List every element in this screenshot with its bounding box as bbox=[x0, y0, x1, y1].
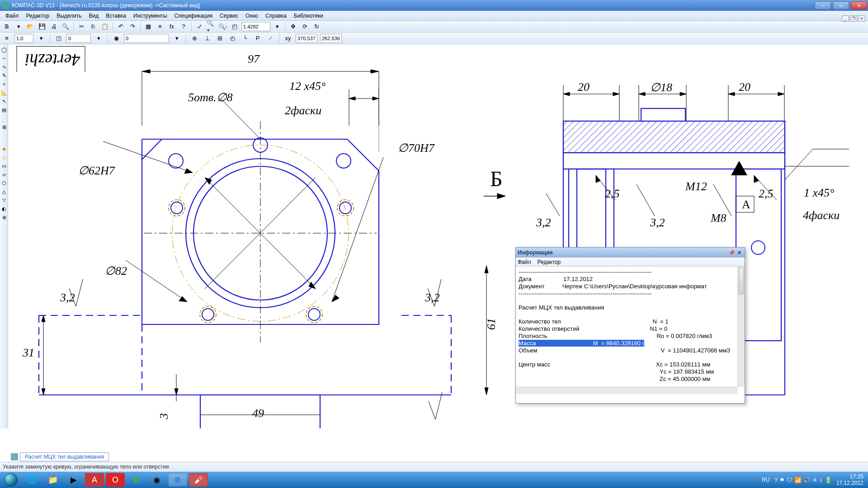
print-icon[interactable]: 🖨 bbox=[49, 22, 59, 32]
zoom-fit-icon[interactable]: ⤢ bbox=[194, 22, 204, 32]
layer-input[interactable] bbox=[66, 34, 91, 43]
refresh-icon[interactable]: ↻ bbox=[311, 22, 321, 32]
menu-window[interactable]: Окно bbox=[242, 13, 262, 19]
taskbar-paint-icon[interactable]: 🖌 bbox=[189, 473, 208, 487]
taskbar-opera-icon[interactable]: O bbox=[106, 473, 125, 487]
menu-help[interactable]: Справка bbox=[262, 13, 290, 19]
param-icon-2[interactable]: ≈ bbox=[0, 80, 8, 88]
info-scrollbar-h[interactable] bbox=[516, 387, 737, 394]
taskbar-pdf-icon[interactable]: A bbox=[85, 473, 104, 487]
spec-icon[interactable]: ▤ bbox=[0, 106, 8, 113]
info-scrollbar-v[interactable] bbox=[737, 267, 745, 387]
taskbar-media-icon[interactable]: ▶ bbox=[64, 473, 83, 487]
zoom-window-icon[interactable]: ◰ bbox=[230, 22, 240, 32]
rebuild-icon[interactable]: ⟳ bbox=[300, 22, 310, 32]
taskbar-ie-icon[interactable]: 🌐 bbox=[23, 473, 42, 487]
symbol-icon[interactable]: ∿ bbox=[0, 63, 8, 70]
start-button[interactable] bbox=[0, 472, 22, 488]
layer-icon[interactable]: ◫ bbox=[54, 33, 64, 43]
tool-i-icon[interactable]: ⊗ bbox=[0, 214, 8, 221]
tray-clock[interactable]: 17:25 17.12.2012 bbox=[836, 474, 863, 486]
state-icon[interactable]: ◉ bbox=[111, 33, 121, 43]
edit-icon[interactable]: ✎ bbox=[0, 72, 8, 79]
mdi-restore[interactable]: ❐ bbox=[850, 15, 857, 22]
process-tab[interactable]: Расчет МЦХ тел выдавливания bbox=[20, 452, 109, 461]
new-dropdown-icon[interactable]: ▾ bbox=[14, 22, 24, 32]
window-maximize[interactable]: ▭ bbox=[833, 1, 849, 9]
zoom-drop-icon[interactable]: ▾ bbox=[272, 22, 282, 32]
measure-icon[interactable]: 📐 bbox=[0, 89, 8, 96]
info-panel-body[interactable]: ----------------------------------------… bbox=[516, 267, 745, 394]
tray-lang[interactable]: RU bbox=[762, 477, 769, 483]
tool-b-icon[interactable]: ◇ bbox=[0, 154, 8, 161]
menu-insert[interactable]: Вставка bbox=[102, 13, 130, 19]
line-style-input[interactable] bbox=[14, 34, 33, 43]
menu-libs[interactable]: Библиотеки bbox=[290, 13, 327, 19]
menu-editor[interactable]: Редактор bbox=[23, 13, 53, 19]
dimension-icon[interactable]: ↔ bbox=[0, 55, 8, 62]
state-drop[interactable]: ▾ bbox=[172, 33, 182, 43]
taskbar-icq-icon[interactable]: ✿ bbox=[127, 473, 146, 487]
grid-icon[interactable]: ⊞ bbox=[215, 33, 225, 43]
undo-icon[interactable]: ↶ bbox=[116, 22, 126, 32]
preview-icon[interactable]: 🔍 bbox=[61, 22, 71, 32]
tray-av-icon[interactable]: ✳ bbox=[812, 477, 817, 483]
round-icon[interactable]: ◴ bbox=[227, 33, 237, 43]
tray-pwr-icon[interactable]: 🔋 bbox=[825, 477, 832, 483]
menu-spec[interactable]: Спецификация bbox=[171, 13, 216, 19]
tray-shield-icon[interactable]: 🛡 bbox=[787, 477, 793, 483]
help-icon[interactable]: ? bbox=[179, 22, 189, 32]
state-input[interactable] bbox=[124, 34, 169, 43]
tray-vol-icon[interactable]: 🔊 bbox=[803, 477, 811, 483]
cut-icon[interactable]: ✂ bbox=[76, 22, 86, 32]
copy-icon[interactable]: ⎘ bbox=[88, 22, 98, 32]
insert-icon[interactable]: ⊞ bbox=[0, 123, 8, 131]
lcs-icon[interactable]: └ bbox=[240, 33, 250, 43]
info-close-icon[interactable]: ✕ bbox=[736, 249, 743, 256]
tray-bt-icon[interactable]: ᚼ bbox=[819, 477, 823, 483]
param-icon[interactable]: P bbox=[253, 33, 263, 43]
info-menu-editor[interactable]: Редактор bbox=[538, 259, 561, 265]
select-icon[interactable]: ↖ bbox=[0, 98, 8, 105]
ortho-icon[interactable]: ⊥ bbox=[202, 33, 212, 43]
paste-icon[interactable]: 📋 bbox=[100, 22, 110, 32]
zoom-in-icon[interactable]: 🔍+ bbox=[206, 22, 216, 32]
menu-view[interactable]: Вид bbox=[85, 13, 103, 19]
tray-help-icon[interactable]: ? bbox=[774, 477, 778, 483]
coord-y-input[interactable] bbox=[320, 34, 342, 43]
tray-net-icon[interactable]: 📶 bbox=[794, 477, 802, 483]
variables-icon[interactable]: fx bbox=[167, 22, 177, 32]
taskbar-chrome-icon[interactable]: ◉ bbox=[147, 473, 166, 487]
tray-flag-icon[interactable]: ⚑ bbox=[779, 477, 785, 483]
tool-d-icon[interactable]: ▱ bbox=[0, 171, 8, 178]
new-doc-icon[interactable]: 🗎 bbox=[2, 22, 12, 32]
taskbar-explorer-icon[interactable]: 📁 bbox=[43, 473, 62, 487]
menu-select[interactable]: Выделить bbox=[53, 13, 85, 19]
report-icon[interactable]: 📄 bbox=[0, 115, 8, 122]
redo-icon[interactable]: ↷ bbox=[127, 22, 137, 32]
menu-file[interactable]: Файл bbox=[2, 13, 23, 19]
coord-xy-icon[interactable]: xy bbox=[283, 33, 293, 43]
tool-c-icon[interactable]: ▭ bbox=[0, 162, 8, 169]
mdi-close[interactable]: × bbox=[858, 15, 865, 22]
window-close[interactable]: ✕ bbox=[851, 1, 867, 9]
tool-a-icon[interactable]: ◆ bbox=[0, 145, 8, 152]
tool-e-icon[interactable]: ⬡ bbox=[0, 179, 8, 187]
menu-service[interactable]: Сервис bbox=[216, 13, 242, 19]
tool-g-icon[interactable]: ▽ bbox=[0, 197, 8, 204]
menu-tools[interactable]: Инструменты bbox=[130, 13, 171, 19]
style-icon[interactable]: ≡ bbox=[2, 33, 12, 43]
tray-icons[interactable]: ? ⚑ 🛡 📶 🔊 ✳ ᚼ 🔋 bbox=[774, 477, 832, 483]
tool-h-icon[interactable]: ◐ bbox=[0, 205, 8, 212]
info-menu-file[interactable]: Файл bbox=[518, 259, 531, 265]
snap-icon[interactable]: ⊕ bbox=[189, 33, 199, 43]
mdi-minimize[interactable]: _ bbox=[842, 15, 849, 22]
tool-f-icon[interactable]: △ bbox=[0, 188, 8, 195]
zoom-input[interactable] bbox=[241, 22, 270, 31]
coord-x-input[interactable] bbox=[296, 34, 317, 43]
style-drop[interactable]: ▾ bbox=[36, 33, 46, 43]
window-minimize[interactable]: ─ bbox=[815, 1, 831, 9]
open-icon[interactable]: 📂 bbox=[25, 22, 35, 32]
info-panel-header[interactable]: Информация 📌 ✕ bbox=[516, 248, 745, 258]
geometry-icon[interactable]: ◯ bbox=[0, 46, 8, 53]
